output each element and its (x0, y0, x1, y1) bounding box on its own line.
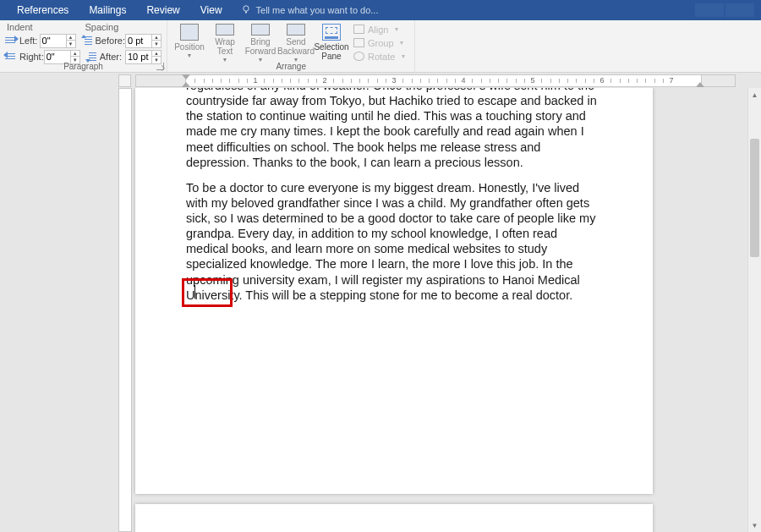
ruler-tick (273, 79, 274, 83)
position-icon (180, 24, 199, 41)
position-button[interactable]: Position ▼ (172, 22, 206, 63)
indent-left-input[interactable]: ▲▼ (40, 34, 76, 48)
spacing-before-label: Before: (96, 36, 125, 46)
ruler-tick (429, 79, 430, 83)
ruler-number: 5 (530, 76, 534, 85)
spinner-down-icon[interactable]: ▼ (67, 41, 75, 47)
ruler-tick (238, 79, 239, 83)
selection-pane-button[interactable]: Selection Pane (315, 22, 348, 63)
body-paragraph[interactable]: To be a doctor to cure everyone is my bi… (186, 180, 602, 303)
ruler-tick (351, 79, 352, 83)
chevron-down-icon: ▼ (399, 40, 405, 46)
ruler-tick (516, 79, 517, 83)
document-page[interactable]: regardless of any kind of weather. Once … (135, 88, 653, 494)
ruler-tick (316, 79, 317, 83)
tab-view[interactable]: View (190, 0, 233, 20)
indent-right-value[interactable] (45, 52, 70, 62)
ruler-tick (290, 79, 291, 83)
document-page[interactable] (135, 504, 653, 532)
ruler-tick (498, 79, 499, 83)
ruler-tick (585, 79, 586, 83)
group-arrange: Position ▼ Wrap Text ▼ Bring Forward ▼ S… (167, 20, 415, 72)
ruler-tick (194, 79, 195, 83)
send-backward-button[interactable]: Send Backward ▼ (279, 22, 313, 63)
hanging-indent-marker[interactable] (182, 82, 190, 87)
ruler-tick (472, 79, 473, 83)
selection-pane-icon (322, 24, 341, 41)
ruler-tick (298, 79, 299, 83)
tab-selector[interactable] (118, 74, 131, 87)
spinner-up-icon[interactable]: ▲ (71, 51, 79, 58)
vertical-scrollbar[interactable]: ▲ ▼ (747, 88, 761, 532)
svg-rect-1 (245, 12, 247, 14)
indent-right-icon (5, 52, 17, 62)
ruler-tick (637, 79, 638, 83)
ruler-tick (247, 79, 248, 83)
rotate-button[interactable]: Rotate ▼ (350, 50, 409, 63)
ruler-tick (654, 79, 655, 83)
spacing-header: Spacing (84, 22, 162, 32)
vertical-ruler[interactable] (118, 88, 132, 532)
ruler-tick (437, 79, 438, 83)
ruler-left-margin[interactable] (136, 75, 186, 86)
ruler-tick (359, 79, 360, 83)
indent-left-value[interactable] (41, 36, 66, 46)
ruler-tick (610, 79, 611, 83)
bring-forward-icon (251, 24, 270, 36)
ruler-number: 2 (322, 76, 326, 85)
group-arrange-label: Arrange (167, 62, 414, 71)
scroll-up-arrow-icon[interactable]: ▲ (748, 88, 761, 101)
indent-left-label: Left: (19, 36, 37, 46)
spinner-up-icon[interactable]: ▲ (152, 35, 161, 41)
ruler-right-margin[interactable] (701, 75, 735, 86)
spacing-after-value[interactable] (126, 52, 151, 62)
right-indent-marker[interactable] (696, 82, 704, 87)
indent-right-label: Right: (19, 52, 44, 62)
ruler-number: 3 (391, 76, 396, 85)
ruler-tick (412, 79, 413, 83)
tab-review[interactable]: Review (136, 0, 189, 20)
menu-bar: References Mailings Review View Tell me … (0, 0, 761, 20)
spacing-before-value[interactable] (126, 36, 151, 46)
group-icon (353, 38, 364, 47)
spinner-up-icon[interactable]: ▲ (67, 35, 75, 41)
bring-forward-button[interactable]: Bring Forward ▼ (244, 22, 277, 63)
tell-me-search[interactable]: Tell me what you want to do... (241, 4, 379, 16)
horizontal-ruler[interactable]: 1234567 (135, 74, 736, 87)
horizontal-ruler-area: 1234567 (0, 73, 761, 88)
tell-me-placeholder: Tell me what you want to do... (256, 5, 379, 15)
ruler-tick (402, 79, 403, 83)
align-button[interactable]: Align ▼ (350, 23, 409, 36)
align-icon (353, 25, 364, 34)
group-objects-button[interactable]: Group ▼ (350, 36, 409, 49)
tab-mailings[interactable]: Mailings (79, 0, 136, 20)
scroll-down-arrow-icon[interactable]: ▼ (748, 518, 761, 532)
body-paragraph[interactable]: regardless of any kind of weather. Once … (186, 88, 602, 170)
spinner-down-icon[interactable]: ▼ (152, 41, 161, 47)
text-cursor (194, 285, 195, 299)
ruler-tick (541, 79, 542, 83)
ruler-number: 7 (669, 76, 673, 85)
window-min-button[interactable] (695, 3, 724, 17)
window-buttons (695, 3, 754, 17)
ruler-tick (628, 79, 629, 83)
wrap-text-button[interactable]: Wrap Text ▼ (208, 22, 242, 63)
ribbon: Indent Spacing Left: ▲▼ Before: ▲▼ (0, 20, 761, 73)
ruler-number: 4 (461, 76, 465, 85)
ruler-tick (386, 79, 386, 83)
indent-header: Indent (5, 22, 84, 32)
group-paragraph-label: Paragraph (0, 62, 167, 71)
ruler-tick (420, 79, 421, 83)
tab-references[interactable]: References (7, 0, 79, 20)
first-line-indent-marker[interactable] (182, 74, 190, 80)
spacing-before-input[interactable]: ▲▼ (125, 34, 162, 48)
ruler-tick (645, 79, 646, 83)
spacing-after-icon (85, 52, 97, 62)
paragraph-dialog-launcher[interactable] (156, 63, 164, 70)
window-max-button[interactable] (725, 3, 754, 17)
spinner-up-icon[interactable]: ▲ (152, 51, 161, 58)
ruler-tick (221, 79, 222, 83)
document-area: regardless of any kind of weather. Once … (0, 88, 761, 532)
scrollbar-thumb[interactable] (750, 139, 759, 257)
ruler-number: 1 (253, 76, 257, 85)
